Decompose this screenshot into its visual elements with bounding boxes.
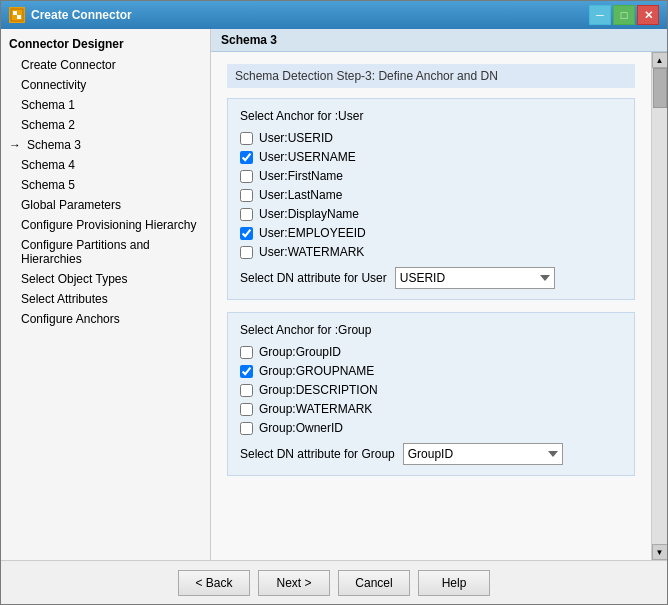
main-content: Connector Designer Create ConnectorConne…: [1, 29, 667, 560]
checkbox-label: Group:GROUPNAME: [259, 364, 374, 378]
sidebar-item-schema-4[interactable]: Schema 4: [1, 155, 210, 175]
content-body: Schema Detection Step-3: Define Anchor a…: [211, 52, 651, 560]
help-button[interactable]: Help: [418, 570, 490, 596]
scroll-down-arrow[interactable]: ▼: [652, 544, 668, 560]
sidebar-item-label: Schema 1: [21, 98, 75, 112]
sidebar-item-configure-provisioning[interactable]: Configure Provisioning Hierarchy: [1, 215, 210, 235]
checkbox-row: User:FirstName: [240, 169, 622, 183]
sidebar-header: Connector Designer: [1, 33, 210, 55]
sidebar-item-label: Select Attributes: [21, 292, 108, 306]
checkbox-row: User:USERNAME: [240, 150, 622, 164]
sidebar-item-schema-3[interactable]: →Schema 3: [1, 135, 210, 155]
svg-rect-1: [13, 11, 17, 15]
checkbox-label: User:WATERMARK: [259, 245, 364, 259]
cancel-button[interactable]: Cancel: [338, 570, 410, 596]
maximize-button[interactable]: □: [613, 5, 635, 25]
checkbox-row: User:USERID: [240, 131, 622, 145]
scroll-up-arrow[interactable]: ▲: [652, 52, 668, 68]
checkbox-user-lastname[interactable]: [240, 189, 253, 202]
user-dn-label: Select DN attribute for User: [240, 271, 387, 285]
checkbox-row: User:LastName: [240, 188, 622, 202]
sidebar-item-label: Select Object Types: [21, 272, 128, 286]
checkbox-group-groupid[interactable]: [240, 346, 253, 359]
group-anchor-section: Select Anchor for :Group Group:GroupIDGr…: [227, 312, 635, 476]
sidebar-item-configure-anchors[interactable]: Configure Anchors: [1, 309, 210, 329]
checkbox-row: Group:WATERMARK: [240, 402, 622, 416]
checkbox-label: Group:DESCRIPTION: [259, 383, 378, 397]
back-button[interactable]: < Back: [178, 570, 250, 596]
checkbox-label: Group:GroupID: [259, 345, 341, 359]
sidebar-item-label: Schema 5: [21, 178, 75, 192]
checkbox-label: Group:OwnerID: [259, 421, 343, 435]
checkbox-row: Group:OwnerID: [240, 421, 622, 435]
checkbox-group-description[interactable]: [240, 384, 253, 397]
scrollbar[interactable]: ▲ ▼: [651, 52, 667, 560]
sidebar-item-schema-1[interactable]: Schema 1: [1, 95, 210, 115]
sidebar-item-label: Schema 3: [27, 138, 81, 152]
checkbox-row: User:DisplayName: [240, 207, 622, 221]
next-button[interactable]: Next >: [258, 570, 330, 596]
scroll-thumb[interactable]: [653, 68, 667, 108]
checkbox-user-username[interactable]: [240, 151, 253, 164]
minimize-button[interactable]: ─: [589, 5, 611, 25]
sidebar-item-label: Schema 2: [21, 118, 75, 132]
window-title: Create Connector: [31, 8, 132, 22]
sidebar-item-configure-partitions[interactable]: Configure Partitions and Hierarchies: [1, 235, 210, 269]
sidebar-item-label: Connectivity: [21, 78, 86, 92]
active-arrow-icon: →: [9, 138, 21, 152]
footer: < Back Next > Cancel Help: [1, 560, 667, 604]
user-dn-row: Select DN attribute for User USERIDUSERN…: [240, 267, 622, 289]
close-button[interactable]: ✕: [637, 5, 659, 25]
section-title: Schema Detection Step-3: Define Anchor a…: [227, 64, 635, 88]
checkbox-label: User:LastName: [259, 188, 342, 202]
checkbox-row: Group:GROUPNAME: [240, 364, 622, 378]
sidebar-item-label: Create Connector: [21, 58, 116, 72]
group-dn-select[interactable]: GroupIDGROUPNAMEDESCRIPTIONWATERMARKOwne…: [403, 443, 563, 465]
checkbox-label: User:DisplayName: [259, 207, 359, 221]
user-anchor-section: Select Anchor for :User User:USERIDUser:…: [227, 98, 635, 300]
title-bar: Create Connector ─ □ ✕: [1, 1, 667, 29]
checkbox-user-userid[interactable]: [240, 132, 253, 145]
user-dn-select[interactable]: USERIDUSERNAMEFirstNameLastNameDisplayNa…: [395, 267, 555, 289]
main-window: Create Connector ─ □ ✕ Connector Designe…: [0, 0, 668, 605]
group-anchor-title: Select Anchor for :Group: [240, 323, 622, 337]
checkbox-row: Group:DESCRIPTION: [240, 383, 622, 397]
sidebar-item-schema-2[interactable]: Schema 2: [1, 115, 210, 135]
checkbox-group-ownerid[interactable]: [240, 422, 253, 435]
checkbox-user-watermark[interactable]: [240, 246, 253, 259]
checkbox-user-firstname[interactable]: [240, 170, 253, 183]
checkbox-label: User:USERNAME: [259, 150, 356, 164]
sidebar-item-label: Configure Provisioning Hierarchy: [21, 218, 196, 232]
checkbox-label: User:FirstName: [259, 169, 343, 183]
title-bar-buttons: ─ □ ✕: [589, 5, 659, 25]
checkbox-row: User:WATERMARK: [240, 245, 622, 259]
checkbox-label: User:USERID: [259, 131, 333, 145]
sidebar-item-label: Schema 4: [21, 158, 75, 172]
title-bar-left: Create Connector: [9, 7, 132, 23]
svg-rect-2: [17, 15, 21, 19]
checkbox-label: User:EMPLOYEEID: [259, 226, 366, 240]
group-dn-row: Select DN attribute for Group GroupIDGRO…: [240, 443, 622, 465]
app-icon: [9, 7, 25, 23]
checkbox-user-employeeid[interactable]: [240, 227, 253, 240]
sidebar: Connector Designer Create ConnectorConne…: [1, 29, 211, 560]
user-anchor-title: Select Anchor for :User: [240, 109, 622, 123]
sidebar-item-connectivity[interactable]: Connectivity: [1, 75, 210, 95]
sidebar-item-create-connector[interactable]: Create Connector: [1, 55, 210, 75]
sidebar-item-select-attributes[interactable]: Select Attributes: [1, 289, 210, 309]
checkbox-group-watermark[interactable]: [240, 403, 253, 416]
scroll-track: [652, 68, 667, 544]
checkbox-user-displayname[interactable]: [240, 208, 253, 221]
checkbox-label: Group:WATERMARK: [259, 402, 372, 416]
sidebar-item-schema-5[interactable]: Schema 5: [1, 175, 210, 195]
checkbox-row: User:EMPLOYEEID: [240, 226, 622, 240]
sidebar-item-global-parameters[interactable]: Global Parameters: [1, 195, 210, 215]
checkbox-row: Group:GroupID: [240, 345, 622, 359]
group-dn-label: Select DN attribute for Group: [240, 447, 395, 461]
sidebar-item-label: Configure Anchors: [21, 312, 120, 326]
sidebar-item-label: Global Parameters: [21, 198, 121, 212]
checkbox-group-groupname[interactable]: [240, 365, 253, 378]
sidebar-item-select-object-types[interactable]: Select Object Types: [1, 269, 210, 289]
content-header: Schema 3: [211, 29, 667, 52]
sidebar-item-label: Configure Partitions and Hierarchies: [21, 238, 202, 266]
